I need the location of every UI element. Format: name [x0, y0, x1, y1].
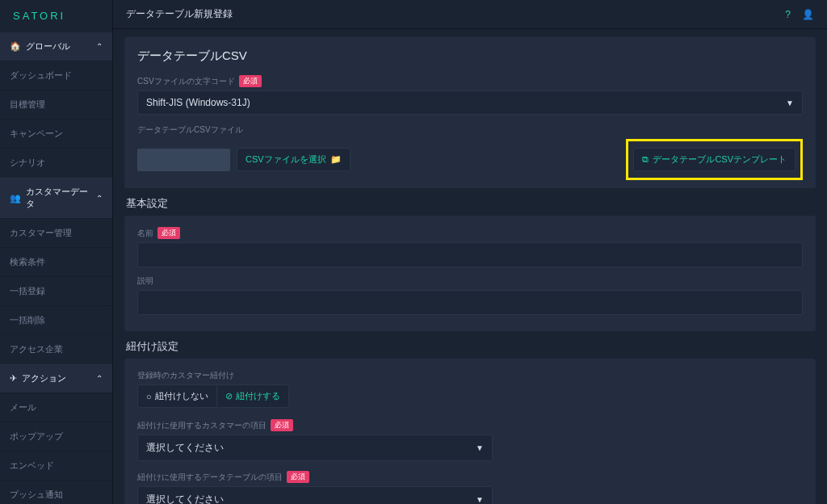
encoding-select[interactable]: Shift-JIS (Windows-31J) ▼ [137, 90, 803, 115]
circle-icon: ⊘ [225, 391, 233, 401]
nav-item-dashboard[interactable]: ダッシュボード [0, 61, 112, 90]
required-badge: 必須 [271, 419, 293, 431]
file-path-input[interactable] [137, 149, 230, 171]
caret-down-icon: ▼ [476, 443, 484, 452]
circle-icon: ○ [146, 392, 152, 401]
nav-section-label: グローバル [26, 40, 70, 52]
user-icon[interactable]: 👤 [802, 9, 814, 20]
nav-item-customer-mgmt[interactable]: カスタマー管理 [0, 218, 112, 247]
name-label: 名前 [137, 228, 153, 239]
binding-panel: 登録時のカスタマー紐付け ○ 紐付けしない ⊘ 紐付けする 紐付けに使用するカス… [124, 359, 816, 504]
nav-section-label: アクション [22, 372, 66, 384]
brand-logo: SATORI [0, 0, 112, 32]
chevron-up-icon: ⌃ [96, 194, 103, 203]
nav-section-global[interactable]: 🏠グローバル ⌃ [0, 32, 112, 61]
choose-file-button[interactable]: CSVファイルを選択 📁 [237, 148, 351, 171]
nav-item-search-cond[interactable]: 検索条件 [0, 247, 112, 276]
toggle-label: 紐付けする [236, 390, 280, 402]
nav-item-embed[interactable]: エンベッド [0, 451, 112, 480]
help-icon[interactable]: ? [785, 9, 791, 20]
basic-panel: 名前 必須 説明 [124, 216, 816, 331]
select-placeholder: 選択してください [146, 493, 224, 504]
table-field-select[interactable]: 選択してください ▼ [137, 486, 493, 504]
caret-down-icon: ▼ [786, 99, 794, 107]
nav-item-bulk-delete[interactable]: 一括削除 [0, 305, 112, 334]
toggle-yes-binding[interactable]: ⊘ 紐付けする [216, 384, 289, 408]
nav-section-action[interactable]: ✈アクション ⌃ [0, 363, 112, 393]
nav-item-push[interactable]: プッシュ通知 [0, 480, 112, 504]
customer-field-select[interactable]: 選択してください ▼ [137, 435, 493, 461]
caret-down-icon: ▼ [476, 495, 484, 504]
nav-item-campaign[interactable]: キャンペーン [0, 119, 112, 148]
encoding-label: CSVファイルの文字コード [137, 76, 235, 87]
template-label: データテーブルCSVテンプレート [653, 153, 787, 166]
users-icon: 👥 [10, 193, 21, 204]
page-title: データテーブル新規登録 [126, 7, 233, 21]
topbar: データテーブル新規登録 ? 👤 [113, 0, 827, 29]
nav-section-label: カスタマーデータ [26, 186, 96, 210]
nav-item-access-company[interactable]: アクセス企業 [0, 334, 112, 363]
chevron-up-icon: ⌃ [96, 42, 103, 51]
nav-item-popup[interactable]: ポップアップ [0, 422, 112, 451]
sidebar: SATORI 🏠グローバル ⌃ ダッシュボード 目標管理 キャンペーン シナリオ… [0, 0, 113, 504]
required-badge: 必須 [157, 227, 180, 239]
customer-field-label: 紐付けに使用するカスタマーの項目 [137, 420, 267, 431]
required-badge: 必須 [239, 75, 262, 87]
toggle-no-binding[interactable]: ○ 紐付けしない [137, 384, 216, 408]
nav-section-customer[interactable]: 👥カスタマーデータ ⌃ [0, 177, 112, 218]
download-icon: ⧉ [642, 154, 649, 165]
encoding-value: Shift-JIS (Windows-31J) [146, 97, 250, 108]
desc-input[interactable] [137, 290, 803, 315]
csv-panel: データテーブルCSV CSVファイルの文字コード 必須 Shift-JIS (W… [124, 37, 816, 188]
binding-section-label: 紐付け設定 [124, 339, 816, 354]
csv-template-button[interactable]: ⧉ データテーブルCSVテンプレート [633, 148, 796, 171]
table-field-label: 紐付けに使用するデータテーブルの項目 [137, 472, 283, 483]
nav-item-scenario[interactable]: シナリオ [0, 148, 112, 177]
content: データテーブルCSV CSVファイルの文字コード 必須 Shift-JIS (W… [113, 29, 827, 504]
basic-section-label: 基本設定 [124, 196, 816, 211]
choose-file-label: CSVファイルを選択 [246, 153, 326, 166]
plane-icon: ✈ [10, 373, 17, 384]
desc-label: 説明 [137, 275, 153, 287]
template-highlight: ⧉ データテーブルCSVテンプレート [626, 139, 803, 180]
nav-item-goals[interactable]: 目標管理 [0, 90, 112, 119]
select-placeholder: 選択してください [146, 441, 224, 455]
csv-panel-title: データテーブルCSV [137, 48, 803, 64]
required-badge: 必須 [287, 471, 309, 483]
nav-item-mail[interactable]: メール [0, 393, 112, 422]
main: データテーブル新規登録 ? 👤 データテーブルCSV CSVファイルの文字コード… [113, 0, 827, 504]
toggle-label: 紐付けしない [155, 390, 208, 402]
nav-item-bulk-register[interactable]: 一括登録 [0, 276, 112, 305]
file-label: データテーブルCSVファイル [137, 124, 243, 136]
folder-icon: 📁 [330, 154, 342, 165]
name-input[interactable] [137, 242, 803, 267]
chevron-up-icon: ⌃ [96, 374, 103, 383]
dashboard-icon: 🏠 [10, 41, 21, 52]
reg-label: 登録時のカスタマー紐付け [137, 370, 234, 381]
